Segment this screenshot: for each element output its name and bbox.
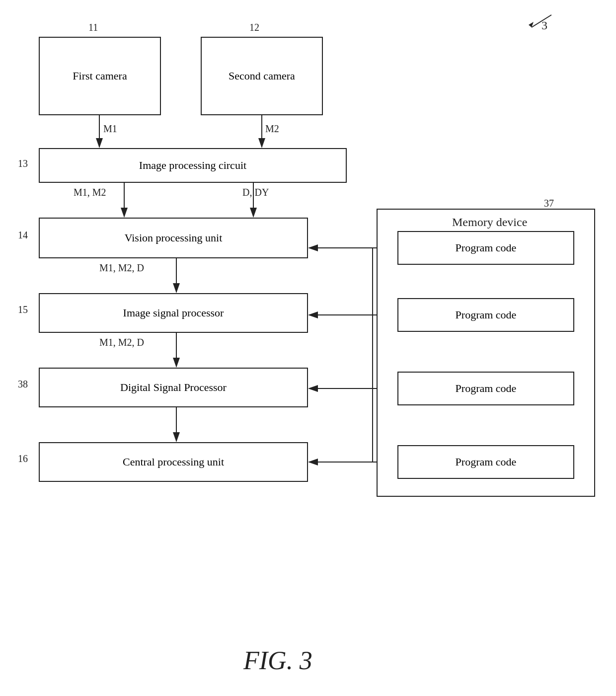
central-processing-label: Central processing unit: [123, 456, 224, 468]
image-processing-box: Image processing circuit: [39, 148, 347, 183]
program-code-4-box: Program code: [397, 445, 574, 479]
central-processing-box: Central processing unit: [39, 442, 308, 482]
ref-12: 12: [249, 22, 259, 33]
ref-13: 13: [18, 158, 28, 169]
ref-38: 38: [18, 379, 28, 390]
signal-m2: M2: [265, 123, 279, 135]
svg-marker-2: [529, 22, 534, 27]
program-code-2-label: Program code: [456, 309, 517, 321]
ref-11: 11: [88, 22, 98, 33]
ref-14: 14: [18, 230, 28, 241]
image-processing-label: Image processing circuit: [139, 159, 246, 172]
digital-signal-label: Digital Signal Processor: [120, 381, 227, 394]
fig-label: FIG. 3: [243, 646, 312, 675]
signal-m1m2d-1: M1, M2, D: [99, 262, 144, 274]
ref-37: 37: [544, 198, 554, 209]
first-camera-box: First camera: [39, 37, 161, 115]
signal-ddy: D, DY: [242, 187, 269, 198]
program-code-3-box: Program code: [397, 372, 574, 405]
program-code-4-label: Program code: [456, 456, 517, 468]
digital-signal-box: Digital Signal Processor: [39, 368, 308, 407]
first-camera-label: First camera: [73, 70, 127, 82]
image-signal-box: Image signal processor: [39, 293, 308, 333]
signal-m1m2: M1, M2: [74, 187, 106, 198]
vision-processing-label: Vision processing unit: [125, 232, 223, 244]
vision-processing-box: Vision processing unit: [39, 218, 308, 258]
program-code-1-box: Program code: [397, 231, 574, 265]
ref-15: 15: [18, 304, 28, 315]
second-camera-label: Second camera: [229, 70, 295, 82]
image-signal-label: Image signal processor: [123, 307, 224, 319]
program-code-2-box: Program code: [397, 298, 574, 332]
second-camera-box: Second camera: [201, 37, 323, 115]
memory-device-label: Memory device: [452, 216, 527, 229]
program-code-1-label: Program code: [456, 241, 517, 254]
ref-3: 3: [541, 19, 547, 32]
signal-m1: M1: [103, 123, 117, 135]
signal-m1m2d-2: M1, M2, D: [99, 337, 144, 348]
ref-16: 16: [18, 453, 28, 464]
program-code-3-label: Program code: [456, 382, 517, 395]
